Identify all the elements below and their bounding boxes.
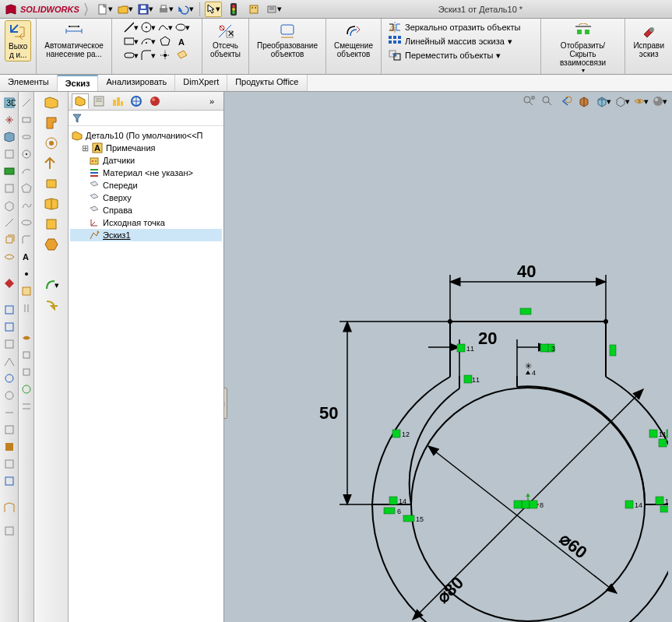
vt1-btn-16[interactable] xyxy=(2,371,17,386)
traffic-light-icon[interactable] xyxy=(225,2,242,17)
fm-ico-2[interactable] xyxy=(44,115,59,131)
apply-scene-button[interactable]: ▾ xyxy=(652,93,667,109)
save-button[interactable]: ▾ xyxy=(137,2,154,17)
panel-collapse-handle[interactable]: ⋮ xyxy=(224,388,227,419)
vt1-btn-2[interactable] xyxy=(2,112,17,128)
vt2-btn-12[interactable] xyxy=(19,283,34,299)
vt1-btn-11[interactable] xyxy=(2,276,17,291)
vt2-btn-7[interactable] xyxy=(19,198,34,213)
arc-tool[interactable]: ▾ xyxy=(140,34,156,48)
tree-material[interactable]: Материал <не указан> xyxy=(70,167,222,179)
tree-tab-dimxpert[interactable] xyxy=(128,93,145,109)
smart-dimension-button[interactable]: Автоматическое нанесение ра... xyxy=(41,20,107,60)
tree-tab-property[interactable] xyxy=(90,93,107,109)
vt1-btn-20[interactable] xyxy=(2,439,17,455)
vt2-btn-15[interactable] xyxy=(19,347,34,363)
select-button[interactable]: ▾ xyxy=(205,2,222,17)
vt1-btn-17[interactable] xyxy=(2,388,17,403)
exit-sketch-button[interactable]: Выхо д и... xyxy=(5,20,31,61)
slot-tool[interactable]: ▾ xyxy=(123,48,139,62)
vt2-btn-17[interactable] xyxy=(19,381,34,397)
fm-ico-9[interactable]: ▾ xyxy=(44,277,59,293)
move-entities-button[interactable]: Переместить объекты▾ xyxy=(386,48,502,62)
vt1-btn-10[interactable] xyxy=(2,249,17,265)
vt1-btn-14[interactable] xyxy=(2,336,17,352)
tree-front-plane[interactable]: Спереди xyxy=(70,179,222,192)
vt2-btn-10[interactable]: A xyxy=(19,249,34,265)
point-tool[interactable] xyxy=(157,48,173,62)
vt1-btn-23[interactable] xyxy=(2,500,17,515)
line-tool[interactable]: ▾ xyxy=(123,20,139,34)
tree-origin[interactable]: Исходная точка xyxy=(70,216,222,229)
fillet-tool[interactable]: ▾ xyxy=(140,48,156,62)
view-orientation-button[interactable]: ▾ xyxy=(596,93,611,109)
vt2-btn-11[interactable] xyxy=(19,266,34,282)
circle-tool[interactable]: ▾ xyxy=(140,20,156,34)
vt2-btn-2[interactable] xyxy=(19,112,34,128)
repair-sketch-button[interactable]: Исправи эскиз xyxy=(630,20,667,60)
vt1-btn-24[interactable] xyxy=(2,523,17,539)
tree-right-plane[interactable]: Справа xyxy=(70,204,222,216)
fm-ico-8[interactable] xyxy=(44,237,59,252)
vt2-btn-13[interactable] xyxy=(19,300,34,316)
tab-evaluate[interactable]: Анализировать xyxy=(98,75,175,91)
vt2-btn-18[interactable] xyxy=(19,399,34,414)
offset-entities-button[interactable]: Смещение объектов xyxy=(331,20,376,60)
mirror-entities-button[interactable]: ⚠ Зеркально отразить объекты xyxy=(386,20,522,34)
tab-dimxpert[interactable]: DimXpert xyxy=(175,75,227,91)
vt1-btn-6[interactable] xyxy=(2,181,17,196)
vt2-btn-1[interactable] xyxy=(19,95,34,111)
dim-20[interactable]: 20 xyxy=(478,329,497,348)
options-button[interactable] xyxy=(245,2,262,17)
vt2-btn-14[interactable] xyxy=(19,330,34,346)
fm-ico-1[interactable] xyxy=(44,95,59,111)
vt1-btn-19[interactable] xyxy=(2,422,17,438)
trim-entities-button[interactable]: ✕ Отсечь объекты xyxy=(207,20,244,60)
vt1-btn-9[interactable] xyxy=(2,232,17,248)
ellipse-tool[interactable]: ▾ xyxy=(174,20,190,34)
polygon-tool[interactable] xyxy=(157,34,173,48)
vt1-btn-4[interactable] xyxy=(2,146,17,162)
tree-filter-bar[interactable] xyxy=(69,111,223,126)
tree-root[interactable]: Деталь10 (По умолчанию<<П xyxy=(70,129,222,142)
vt2-btn-9[interactable] xyxy=(19,232,34,248)
vt1-btn-18[interactable] xyxy=(2,405,17,420)
dim-50[interactable]: 50 xyxy=(319,403,338,423)
vt2-btn-6[interactable] xyxy=(19,181,34,196)
vt1-btn-7[interactable] xyxy=(2,198,17,213)
vt2-btn-16[interactable] xyxy=(19,364,34,380)
tree-sketch1[interactable]: Эскиз1 xyxy=(70,229,222,241)
zoom-fit-button[interactable] xyxy=(521,93,537,109)
previous-view-button[interactable] xyxy=(558,93,574,109)
dim-dia60[interactable]: ⌀60 xyxy=(556,529,591,563)
tab-office[interactable]: Продукты Office xyxy=(227,75,307,91)
dim-40[interactable]: 40 xyxy=(517,262,536,281)
fm-ico-10[interactable] xyxy=(44,297,59,313)
tab-sketch[interactable]: Эскиз xyxy=(58,75,99,91)
vt1-btn-13[interactable] xyxy=(2,319,17,335)
rectangle-tool[interactable]: ▾ xyxy=(123,34,139,48)
tab-features[interactable]: Элементы xyxy=(0,75,58,91)
fm-ico-7[interactable] xyxy=(44,216,59,232)
vt1-btn-12[interactable] xyxy=(2,302,17,318)
vt2-btn-3[interactable] xyxy=(19,129,34,145)
convert-entities-button[interactable]: Преобразование объектов xyxy=(254,20,321,60)
spline-tool[interactable]: ▾ xyxy=(157,20,173,34)
tree-top-plane[interactable]: Сверху xyxy=(70,192,222,204)
vt1-btn-1[interactable]: 3D xyxy=(2,95,17,111)
linear-pattern-button[interactable]: Линейный массив эскиза▾ xyxy=(386,34,514,48)
vt1-btn-8[interactable] xyxy=(2,215,17,230)
vt1-btn-22[interactable] xyxy=(2,473,17,489)
section-view-button[interactable] xyxy=(577,93,593,109)
fm-ico-4[interactable] xyxy=(44,156,59,171)
graphics-area[interactable]: ⋮ ▾ ▾ ▾ ▾ 40 xyxy=(224,92,672,622)
vt1-btn-15[interactable] xyxy=(2,353,17,369)
vt2-btn-5[interactable] xyxy=(19,163,34,179)
tree-tab-more[interactable]: » xyxy=(203,93,220,109)
open-file-button[interactable]: ▾ xyxy=(117,2,134,17)
vt1-btn-3[interactable] xyxy=(2,129,17,145)
tree-annotations[interactable]: ⊞ A Примечания xyxy=(70,142,222,154)
tree-tab-config[interactable] xyxy=(109,93,126,109)
plane-tool[interactable] xyxy=(174,48,190,62)
undo-button[interactable]: ▾ xyxy=(178,2,195,17)
